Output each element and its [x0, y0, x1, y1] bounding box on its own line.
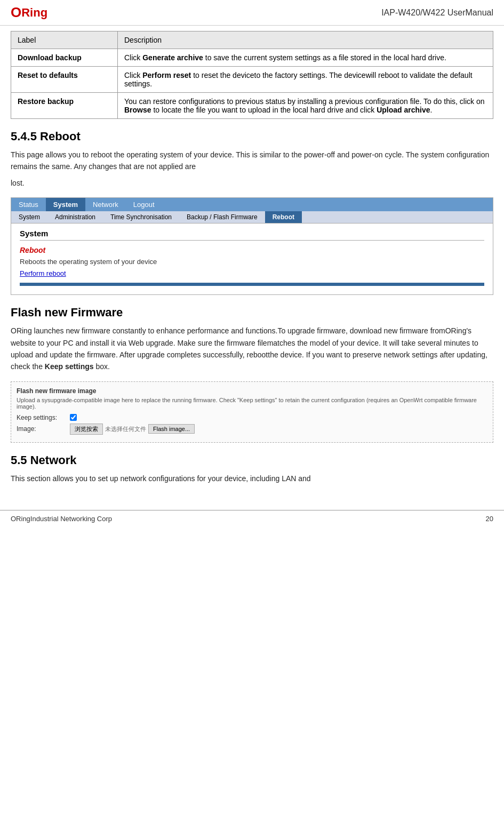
- page-footer: ORingIndustrial Networking Corp 20: [0, 510, 504, 527]
- keep-settings-checkbox[interactable]: [70, 414, 77, 421]
- col-description: Description: [118, 31, 493, 49]
- nav-logout[interactable]: Logout: [126, 198, 162, 211]
- flash-ui-panel: Flash new firmware image Upload a sysupg…: [11, 381, 493, 443]
- panel-section-title: System: [20, 229, 484, 241]
- flash-panel-desc: Upload a sysupgrade-compatible image her…: [17, 397, 487, 410]
- row-label: Download backup: [11, 49, 118, 67]
- flash-image-label: Image:: [17, 425, 70, 433]
- nav-network[interactable]: Network: [85, 198, 126, 211]
- logo-o: O: [11, 4, 21, 21]
- logo-ring: Ring: [21, 6, 47, 20]
- col-label: Label: [11, 31, 118, 49]
- flash-image-button[interactable]: Flash image...: [148, 424, 195, 434]
- reboot-para2: lost.: [11, 177, 493, 189]
- row-label: Reset to defaults: [11, 67, 118, 93]
- perform-reboot-link[interactable]: Perform reboot: [20, 269, 66, 277]
- main-content: Label Description Download backup Click …: [0, 26, 504, 499]
- sub-nav-backup-flash[interactable]: Backup / Flash Firmware: [179, 211, 265, 223]
- flash-image-row: Image: 浏览按索 未选择任何文件 Flash image...: [17, 424, 487, 435]
- flash-keep-settings-row: Keep settings:: [17, 414, 487, 421]
- flash-para: ORing launches new firmware constantly t…: [11, 325, 493, 373]
- nav-status[interactable]: Status: [11, 198, 46, 211]
- nav-system[interactable]: System: [46, 198, 85, 211]
- page-header: O Ring IAP-W420/W422 UserManual: [0, 0, 504, 26]
- row-desc: You can restore configurations to previo…: [118, 93, 493, 119]
- sub-nav-system[interactable]: System: [11, 211, 47, 223]
- reboot-label: Reboot: [20, 246, 484, 254]
- blue-bar: [20, 283, 484, 286]
- reboot-ui-panel: Status System Network Logout System Admi…: [11, 197, 493, 295]
- panel-body: System Reboot Reboots the operating syst…: [11, 224, 493, 294]
- sub-nav: System Administration Time Synchronisati…: [11, 211, 493, 224]
- table-row: Reset to defaults Click Perform reset to…: [11, 67, 493, 93]
- backup-table: Label Description Download backup Click …: [11, 31, 493, 119]
- browse-button[interactable]: 浏览按索: [70, 424, 103, 435]
- footer-company: ORingIndustrial Networking Corp: [11, 515, 112, 523]
- header-title: IAP-W420/W422 UserManual: [381, 8, 493, 18]
- row-label: Restore backup: [11, 93, 118, 119]
- network-heading: 5.5 Network: [11, 453, 493, 467]
- table-row: Restore backup You can restore configura…: [11, 93, 493, 119]
- network-para: This section allows you to set up networ…: [11, 473, 493, 484]
- reboot-para1: This page allows you to reboot the opera…: [11, 149, 493, 173]
- flash-keep-label: Keep settings:: [17, 414, 70, 421]
- flash-panel-title: Flash new firmware image: [17, 387, 487, 395]
- sub-nav-time-sync[interactable]: Time Synchronisation: [103, 211, 179, 223]
- row-desc: Click Perform reset to reset the devicet…: [118, 67, 493, 93]
- flash-file-label: 未选择任何文件: [105, 425, 146, 433]
- reboot-heading: 5.4.5 Reboot: [11, 130, 493, 143]
- sub-nav-reboot[interactable]: Reboot: [265, 211, 302, 223]
- flash-heading: Flash new Firmware: [11, 306, 493, 320]
- reboot-desc: Reboots the operating system of your dev…: [20, 258, 484, 266]
- sub-nav-administration[interactable]: Administration: [47, 211, 103, 223]
- nav-bar: Status System Network Logout: [11, 198, 493, 211]
- logo: O Ring: [11, 4, 47, 21]
- row-desc: Click Generate archive to save the curre…: [118, 49, 493, 67]
- footer-page-number: 20: [486, 515, 493, 523]
- table-row: Download backup Click Generate archive t…: [11, 49, 493, 67]
